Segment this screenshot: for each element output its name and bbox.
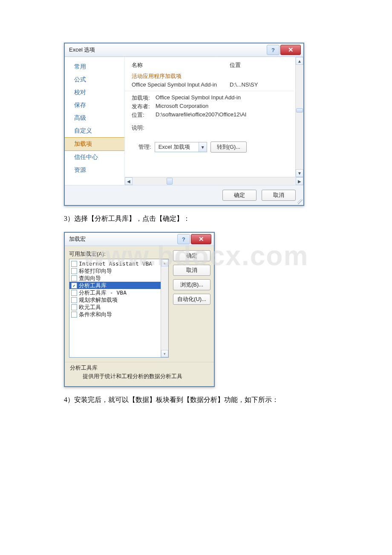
addin-checkbox[interactable] (71, 283, 77, 289)
help-button[interactable]: ? (177, 234, 190, 244)
addins-dialog: 加载宏 ? ✕ 可用加载宏(A): Internet Assistant VBA… (64, 232, 215, 387)
horizontal-scrollbar[interactable]: ◀ ▶ (125, 177, 303, 185)
addin-list-item[interactable]: 欧元工具 (69, 304, 161, 311)
detail-addon-label: 加载项: (132, 94, 156, 102)
titlebar: Excel 选项 ? ✕ (65, 43, 303, 57)
col-location: 位置 (230, 61, 294, 69)
addin-checkbox[interactable] (71, 297, 77, 303)
scroll-up-icon[interactable]: ▴ (161, 259, 168, 266)
step-3-caption: 3）选择【分析工具库】，点击【确定】： (64, 214, 392, 223)
sidebar-item-formulas[interactable]: 公式 (65, 73, 124, 86)
addin-list-item[interactable]: 查阅向导 (69, 275, 161, 282)
addin-list-item[interactable]: 分析工具库 - VBA (69, 289, 161, 296)
go-button[interactable]: 转到(G)... (210, 142, 247, 153)
ok-button[interactable]: 确定 (222, 190, 257, 201)
sidebar-item-proofing[interactable]: 校对 (65, 86, 124, 99)
detail-desc-value (156, 124, 294, 132)
sidebar-item-save[interactable]: 保存 (65, 99, 124, 112)
sidebar-item-addins[interactable]: 加载项 (65, 137, 124, 151)
manage-label: 管理: (138, 143, 151, 151)
sidebar-item-resources[interactable]: 资源 (65, 164, 124, 176)
detail-publisher-label: 发布者: (132, 103, 156, 110)
manage-combo[interactable]: Excel 加载项 ▼ (155, 142, 207, 152)
browse-button[interactable]: 浏览(B)... (173, 279, 210, 290)
list-scrollbar[interactable]: ▴ ▾ (161, 259, 168, 357)
automation-button[interactable]: 自动化(U)... (173, 294, 210, 305)
sidebar-item-advanced[interactable]: 高级 (65, 112, 124, 124)
chevron-down-icon[interactable]: ▼ (199, 142, 207, 152)
ok-button[interactable]: 确定 (173, 250, 210, 261)
addin-list-item[interactable]: 标签打印向导 (69, 267, 161, 275)
addin-row-location: D:\...NS\SY (230, 81, 294, 88)
scroll-thumb[interactable] (296, 108, 303, 113)
dialog-title: Excel 选项 (69, 46, 266, 54)
addin-checkbox[interactable] (71, 268, 77, 274)
sidebar-item-customize[interactable]: 自定义 (65, 124, 124, 137)
step-4-caption: 4）安装完后，就可以【数据】板块看到【数据分析】功能，如下所示： (64, 396, 392, 405)
addin-list-row[interactable]: Office Special Symbol Input Add-in D:\..… (132, 81, 294, 88)
detail-desc-label: 说明: (132, 124, 156, 132)
addin-checkbox[interactable] (71, 290, 77, 296)
cancel-button[interactable]: 取消 (173, 265, 210, 276)
addin-list-item[interactable]: 条件求和向导 (69, 311, 161, 318)
addin-row-name: Office Special Symbol Input Add-in (132, 81, 230, 88)
detail-location-value: D:\softwarefile\office2007\Office12\AI (156, 111, 294, 119)
addin-item-label: 分析工具库 - VBA (79, 289, 127, 296)
close-button[interactable]: ✕ (191, 234, 211, 244)
hscroll-thumb[interactable] (167, 178, 173, 185)
addin-item-label: 查阅向导 (79, 275, 101, 282)
addin-description-text: 提供用于统计和工程分析的数据分析工具 (70, 373, 209, 380)
addin-item-label: Internet Assistant VBA (79, 260, 152, 267)
active-addins-section: 活动应用程序加载项 (132, 72, 294, 80)
scroll-up-icon[interactable]: ▲ (296, 57, 303, 65)
scroll-left-icon[interactable]: ◀ (125, 177, 133, 185)
addins-listbox[interactable]: Internet Assistant VBA标签打印向导查阅向导分析工具库分析工… (69, 259, 169, 358)
addin-list-item[interactable]: 分析工具库 (69, 282, 161, 289)
addin-checkbox[interactable] (71, 261, 77, 267)
vertical-scrollbar[interactable]: ▲ ▼ (295, 57, 303, 177)
addin-item-label: 规划求解加载项 (79, 296, 118, 304)
addin-description-panel: 分析工具库 提供用于统计和工程分析的数据分析工具 (65, 362, 214, 386)
addin-description-name: 分析工具库 (70, 364, 209, 372)
addin-checkbox[interactable] (71, 304, 77, 310)
cancel-button[interactable]: 取消 (262, 190, 296, 201)
detail-publisher-value: Microsoft Corporation (156, 103, 294, 110)
manage-combo-value: Excel 加载项 (155, 142, 199, 152)
addin-list-header: 名称 位置 (132, 61, 294, 71)
resize-grip-icon[interactable] (297, 199, 303, 204)
addin-list-item[interactable]: 规划求解加载项 (69, 296, 161, 304)
titlebar: 加载宏 ? ✕ (65, 233, 214, 246)
excel-options-dialog: Excel 选项 ? ✕ 常用 公式 校对 保存 高级 自定义 加载项 信任中心… (64, 43, 304, 206)
help-button[interactable]: ? (267, 45, 280, 55)
addin-checkbox[interactable] (71, 275, 77, 281)
detail-location-label: 位置: (132, 111, 156, 119)
scroll-down-icon[interactable]: ▼ (296, 169, 303, 177)
addin-checkbox[interactable] (71, 312, 77, 318)
sidebar-item-general[interactable]: 常用 (65, 61, 124, 73)
sidebar-item-trust-center[interactable]: 信任中心 (65, 151, 124, 164)
scroll-right-icon[interactable]: ▶ (296, 177, 303, 185)
close-button[interactable]: ✕ (280, 45, 301, 55)
scroll-down-icon[interactable]: ▾ (161, 350, 168, 357)
dialog-title: 加载宏 (69, 235, 176, 243)
addin-list-item[interactable]: Internet Assistant VBA (69, 260, 161, 267)
addin-item-label: 欧元工具 (79, 304, 101, 311)
addin-item-label: 分析工具库 (79, 282, 107, 289)
detail-addon-value: Office Special Symbol Input Add-in (156, 94, 294, 102)
addin-item-label: 条件求和向导 (79, 311, 112, 318)
addin-item-label: 标签打印向导 (79, 267, 112, 275)
col-name: 名称 (132, 61, 230, 69)
options-sidebar: 常用 公式 校对 保存 高级 自定义 加载项 信任中心 资源 (65, 57, 125, 185)
available-addins-label: 可用加载宏(A): (69, 250, 169, 258)
